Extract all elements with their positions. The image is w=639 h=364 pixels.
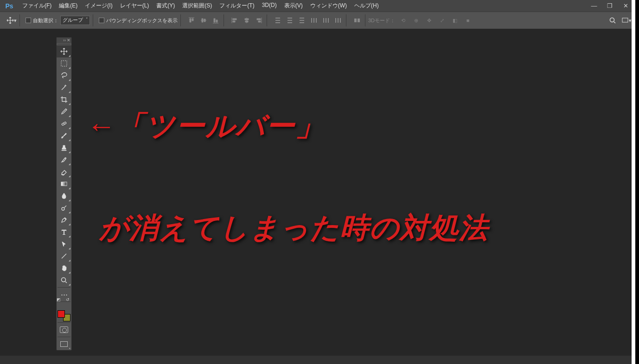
svg-rect-10 [313, 18, 314, 23]
minimize-button[interactable]: — [586, 1, 602, 11]
type-tool-button[interactable]: ◢ [57, 226, 71, 238]
crop-tool-button[interactable]: ◢ [57, 94, 71, 106]
svg-rect-22 [61, 61, 67, 66]
svg-rect-16 [338, 18, 339, 23]
svg-rect-8 [300, 22, 304, 23]
svg-rect-3 [288, 18, 292, 19]
svg-rect-12 [323, 18, 324, 23]
search-icon[interactable] [607, 15, 618, 25]
menu-item[interactable]: フィルター(T) [216, 2, 258, 10]
svg-rect-5 [288, 22, 292, 23]
align-top-icon[interactable] [186, 15, 197, 25]
blur-tool-button[interactable]: ◢ [57, 190, 71, 202]
path-tool-button[interactable]: ◢ [57, 238, 71, 250]
svg-rect-17 [340, 18, 341, 23]
menu-item[interactable]: ファイル(F) [19, 2, 55, 10]
maximize-button[interactable]: ❐ [602, 1, 618, 11]
window-controls: — ❐ ✕ [586, 1, 633, 11]
menu-item[interactable]: 3D(D) [258, 2, 281, 10]
svg-rect-13 [326, 18, 326, 23]
svg-rect-7 [300, 20, 304, 21]
options-bar: ▾ 自動選択： グループ バウンディングボックスを表示 [0, 12, 635, 29]
svg-rect-21 [622, 18, 628, 22]
distribute-top-icon[interactable] [273, 15, 283, 25]
menu-item[interactable]: ウィンドウ(W) [307, 2, 351, 10]
align-vcenter-icon[interactable] [198, 15, 209, 25]
screen-mode-icon[interactable]: ▾ [621, 15, 632, 25]
svg-rect-19 [358, 19, 360, 22]
hand-tool-button[interactable]: ◢ [57, 262, 71, 274]
screen-mode-button[interactable]: ▾ [57, 338, 71, 350]
heal-tool-button[interactable]: ◢ [57, 118, 71, 130]
svg-rect-11 [316, 18, 317, 23]
foreground-color-swatch[interactable] [58, 310, 65, 318]
lasso-tool-button[interactable]: ◢ [57, 69, 71, 82]
tools-panel: ›› ✕ ◢◢◢◢◢◢◢◢◢◢◢◢◢◢◢◢◢◢◢◢⋯ ◩↺ ▾ [56, 37, 72, 351]
svg-rect-15 [335, 18, 336, 23]
eyedropper-tool-button[interactable]: ◢ [57, 106, 71, 118]
distribute-vcenter-icon[interactable] [285, 15, 295, 25]
svg-rect-24 [61, 182, 67, 186]
distribute-right-icon[interactable] [333, 15, 343, 25]
right-edge-strip [632, 0, 635, 364]
quick-mask-button[interactable] [57, 324, 71, 336]
3d-slide-icon[interactable]: ⤢ [437, 15, 447, 25]
3d-roll-icon[interactable]: ⊕ [411, 15, 421, 25]
auto-select-label: 自動選択： [33, 17, 58, 24]
menu-item[interactable]: 選択範囲(S) [179, 2, 216, 10]
svg-rect-9 [311, 18, 312, 23]
auto-align-icon[interactable] [352, 15, 362, 25]
menu-item[interactable]: レイヤー(L) [116, 2, 153, 10]
distribute-left-icon[interactable] [309, 15, 319, 25]
align-left-icon[interactable] [230, 15, 240, 25]
3d-orbit-icon[interactable]: ⟲ [398, 15, 408, 25]
wand-tool-button[interactable]: ◢ [57, 82, 71, 94]
menu-item[interactable]: 表示(V) [281, 2, 307, 10]
svg-rect-4 [288, 20, 292, 21]
3d-mode-label: 3Dモード： [368, 17, 395, 24]
distribute-hcenter-icon[interactable] [321, 15, 331, 25]
dodge-tool-button[interactable]: ◢ [57, 202, 71, 214]
canvas-area [0, 29, 632, 356]
svg-rect-14 [328, 18, 329, 23]
default-colors-icon[interactable]: ◩↺ [57, 297, 70, 302]
annotation-line-1: ←「ツールバー」 [86, 107, 325, 145]
panel-close-icon[interactable]: ✕ [67, 38, 70, 43]
menu-item[interactable]: 編集(E) [55, 2, 81, 10]
3d-pan-icon[interactable]: ✥ [424, 15, 434, 25]
color-swatch[interactable] [58, 310, 70, 321]
gradient-tool-button[interactable]: ◢ [57, 178, 71, 190]
close-button[interactable]: ✕ [618, 1, 633, 11]
marquee-tool-button[interactable]: ◢ [57, 57, 71, 69]
annotation-line-2: が消えてしまった時の対処法 [99, 208, 489, 247]
distribute-bottom-icon[interactable] [297, 15, 307, 25]
stamp-tool-button[interactable]: ◢ [57, 142, 71, 154]
app-logo: Ps [2, 0, 17, 12]
svg-rect-0 [275, 18, 280, 19]
align-hcenter-icon[interactable] [242, 15, 252, 25]
menu-item[interactable]: 書式(Y) [153, 2, 179, 10]
menu-bar: Ps ファイル(F)編集(E)イメージ(I)レイヤー(L)書式(Y)選択範囲(S… [0, 0, 635, 12]
bounding-box-checkbox[interactable] [99, 18, 104, 23]
move-tool-indicator-icon[interactable]: ▾ [6, 15, 17, 25]
svg-point-20 [610, 18, 614, 22]
brush-tool-button[interactable]: ◢ [57, 130, 71, 142]
3d-camera-icon[interactable]: ■ [463, 15, 473, 25]
menu-item[interactable]: ヘルプ(H) [351, 2, 383, 10]
history-tool-button[interactable]: ◢ [57, 154, 71, 166]
move-tool-button[interactable]: ◢ [57, 45, 71, 57]
3d-scale-icon[interactable]: ◧ [450, 15, 460, 25]
eraser-tool-button[interactable]: ◢ [57, 166, 71, 178]
zoom-tool-button[interactable]: ◢ [57, 274, 71, 286]
menu-item[interactable]: イメージ(I) [81, 2, 116, 10]
auto-select-checkbox[interactable] [26, 18, 31, 23]
align-right-icon[interactable] [254, 15, 264, 25]
tools-panel-header[interactable]: ›› ✕ [57, 38, 71, 43]
collapse-icon[interactable]: ›› [63, 38, 66, 43]
pen-tool-button[interactable]: ◢ [57, 214, 71, 226]
svg-rect-18 [354, 19, 357, 22]
auto-select-dropdown[interactable]: グループ [60, 16, 90, 25]
align-bottom-icon[interactable] [211, 15, 221, 25]
bounding-box-label: バウンディングボックスを表示 [106, 17, 178, 24]
line-tool-button[interactable]: ◢ [57, 250, 71, 262]
